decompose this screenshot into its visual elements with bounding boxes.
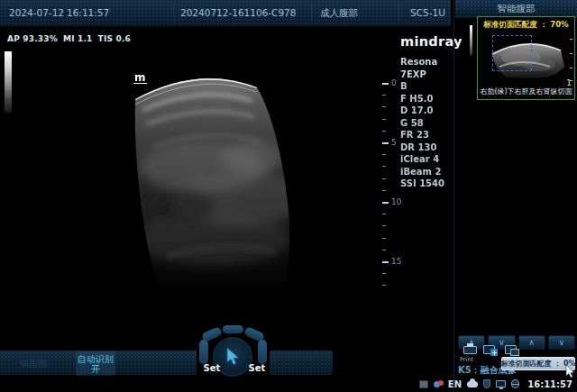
- thumb-tick: [570, 68, 572, 68]
- exam-time: 16:11:57: [67, 7, 109, 18]
- chevron-down-icon: ∨: [559, 338, 565, 347]
- acoustic-output-line: AP 93.33%MI 1.1TIS 0.6: [7, 34, 136, 43]
- set-key-left[interactable]: Set: [200, 363, 224, 373]
- model-name: Resona 7EXP: [400, 56, 453, 80]
- soft-menu-strip: 切面图 自动识别 开: [0, 351, 197, 375]
- depth-minor-tick: [382, 285, 386, 286]
- depth-minor-tick: [382, 273, 386, 274]
- topbar-divider: [398, 3, 399, 23]
- mode-label: B: [400, 80, 453, 93]
- mi-value: MI 1.1: [63, 34, 93, 43]
- display-icon[interactable]: [496, 380, 506, 387]
- trackball-key-left[interactable]: [199, 340, 208, 364]
- depth-minor-tick: [382, 190, 386, 191]
- remote-assist-icon[interactable]: [434, 380, 443, 388]
- depth-major-tick: [382, 83, 389, 85]
- nav-up-button[interactable]: ∧: [518, 335, 545, 350]
- set-key-right[interactable]: Set: [245, 363, 269, 373]
- cloud-icon[interactable]: [467, 381, 478, 387]
- auto-recognition-label: 自动识别: [78, 354, 114, 364]
- param-line: SSI 1540: [400, 178, 453, 190]
- depth-minor-tick: [382, 154, 386, 155]
- thumbnail-grayscale-bar: [470, 25, 472, 56]
- trackball-key-right[interactable]: [258, 340, 267, 364]
- depth-major-tick: [382, 202, 389, 204]
- match-score-tooltip: 标准切面匹配度 ： 0%: [501, 357, 575, 370]
- param-line: D 17.0: [400, 105, 453, 117]
- depth-minor-tick: [382, 225, 386, 226]
- depth-minor-tick: [382, 178, 386, 179]
- panel-divider: [453, 0, 454, 392]
- depth-minor-tick: [382, 95, 386, 96]
- depth-label: 15: [391, 257, 401, 266]
- media-icon[interactable]: [419, 380, 428, 388]
- depth-major-tick: [382, 261, 389, 263]
- status-clock: 16:11:57: [527, 379, 572, 389]
- security-icon[interactable]: [483, 379, 490, 388]
- dual-display-icon[interactable]: [505, 345, 517, 354]
- depth-label: 5: [391, 138, 397, 147]
- auto-recognition-state: 开: [91, 364, 100, 374]
- match-value: 70%: [550, 20, 568, 29]
- pointer-cursor-icon: [225, 348, 241, 366]
- trackball-key-top-center[interactable]: [223, 325, 243, 333]
- status-bar: EN 16:11:57: [419, 376, 577, 392]
- top-bar: 2024-07-12 16:11:57 20240712-161106-C978…: [0, 0, 451, 26]
- depth-minor-tick: [382, 166, 386, 167]
- match-label: 标准切面匹配度 ：: [483, 20, 547, 29]
- param-line: DR 130: [400, 141, 453, 154]
- param-line: F H5.0: [400, 93, 453, 105]
- print-icon[interactable]: [463, 346, 477, 354]
- depth-minor-tick: [382, 119, 386, 120]
- tis-value: TIS 0.6: [98, 34, 131, 43]
- nav-down-button[interactable]: ∨: [548, 335, 575, 350]
- chevron-down-icon: ∨: [499, 338, 505, 347]
- depth-label: 0: [391, 78, 397, 87]
- match-score-line: 标准切面匹配度 ： 70%: [478, 20, 574, 31]
- grayscale-bar: [5, 51, 12, 113]
- network-icon[interactable]: [511, 379, 519, 388]
- param-line: FR 23: [400, 129, 453, 141]
- ap-value: AP 93.33%: [7, 34, 58, 43]
- parameter-column: Resona 7EXP B F H5.0 D 17.0 G 58 FR 23 D…: [400, 56, 453, 190]
- language-indicator[interactable]: EN: [448, 379, 462, 389]
- orientation-marker: m: [133, 72, 147, 84]
- chevron-up-icon: ∧: [528, 338, 535, 347]
- print-label: Print: [460, 356, 473, 363]
- depth-minor-tick: [382, 214, 386, 214]
- smart-panel-title: 智能腹部: [455, 0, 577, 18]
- depth-minor-tick: [382, 238, 386, 239]
- depth-minor-tick: [382, 106, 386, 107]
- depth-minor-tick: [382, 250, 386, 251]
- depth-minor-tick: [382, 131, 386, 132]
- depth-major-tick: [382, 142, 389, 144]
- thumb-tick: [570, 53, 572, 54]
- standard-view-thumbnail[interactable]: 标准切面匹配度 ： 70% 1 右肋(缘)下右肝及右肾纵切面: [477, 16, 575, 100]
- section-menu-item[interactable]: 切面图: [20, 358, 47, 370]
- plus-badge-icon: [490, 349, 498, 356]
- view-caption: 右肋(缘)下右肝及右肾纵切面: [478, 87, 574, 96]
- probe-button[interactable]: SC5-1U: [410, 7, 445, 18]
- preset-button[interactable]: 成人腹部: [320, 7, 358, 20]
- exam-id: 20240712-161106-C978: [180, 7, 296, 18]
- param-line: G 58: [400, 117, 453, 130]
- save-image-icon[interactable]: [483, 345, 495, 354]
- param-line: iBeam 2: [400, 166, 453, 178]
- param-line: iClear 4: [400, 153, 453, 166]
- topbar-divider: [311, 3, 312, 23]
- soft-menu-strip: [270, 351, 333, 375]
- thumb-tick: [570, 39, 572, 40]
- topbar-divider: [173, 3, 174, 23]
- ultrasound-screen: 2024-07-12 16:11:57 20240712-161106-C978…: [0, 0, 577, 392]
- roi-rectangle: [492, 35, 532, 71]
- depth-label: 10: [391, 197, 401, 206]
- exam-date: 2024-07-12: [9, 7, 64, 18]
- auto-recognition-button[interactable]: 自动识别 开: [76, 351, 115, 376]
- ultrasound-image[interactable]: [117, 63, 388, 293]
